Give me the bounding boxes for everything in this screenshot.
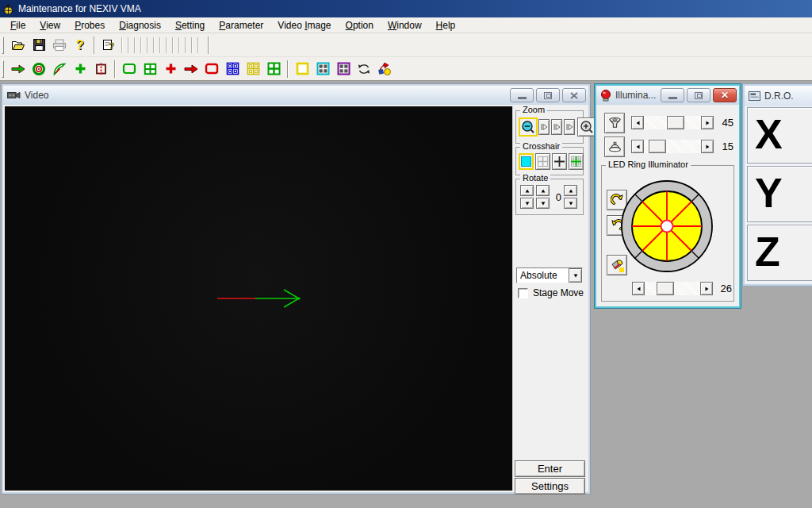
- video-canvas[interactable]: [5, 106, 512, 491]
- dro-titlebar[interactable]: D.R.O.: [745, 86, 812, 106]
- frame-yellow-icon[interactable]: [292, 59, 312, 79]
- print-icon[interactable]: [49, 35, 70, 56]
- sector-icon[interactable]: [49, 59, 70, 79]
- scroll-right-button[interactable]: [701, 116, 714, 129]
- dro-axis-z: Z: [748, 225, 812, 278]
- dro-axis-x: X: [748, 108, 812, 160]
- video-maximize-button[interactable]: [536, 88, 560, 102]
- illuminator-window: Illumina... ✕ 45: [595, 84, 741, 308]
- scroll-left-button[interactable]: [631, 116, 644, 129]
- rotate-up-button[interactable]: [520, 185, 534, 196]
- video-close-button[interactable]: [562, 88, 586, 102]
- led-ring-slider[interactable]: [632, 282, 713, 295]
- illuminator-maximize-button[interactable]: [687, 88, 710, 102]
- target-icon[interactable]: [29, 59, 49, 79]
- rotate-up-fine-button[interactable]: [536, 185, 550, 196]
- edge-box-icon[interactable]: [90, 59, 111, 79]
- scroll-left-button[interactable]: [631, 140, 644, 153]
- save-icon[interactable]: [29, 35, 49, 56]
- crosshair-green-grid-icon[interactable]: [569, 153, 584, 170]
- scroll-thumb[interactable]: [649, 140, 666, 153]
- plus-green-icon[interactable]: [70, 59, 90, 79]
- rotate-down-fine-button[interactable]: [536, 198, 550, 209]
- episcopic-slider[interactable]: [631, 116, 714, 129]
- scroll-thumb[interactable]: [657, 282, 674, 295]
- checkbox-box[interactable]: [518, 288, 528, 298]
- menu-diagnosis[interactable]: Diagnosis: [112, 18, 168, 33]
- crosshair-panes-icon[interactable]: [535, 153, 550, 170]
- rotate-down-button[interactable]: [520, 198, 534, 209]
- episcopic-value: 45: [714, 117, 733, 129]
- open-icon[interactable]: [8, 35, 29, 56]
- menu-probes[interactable]: Probes: [67, 18, 112, 33]
- step-icon[interactable]: [538, 119, 550, 135]
- rotate-angle-up-button[interactable]: [564, 185, 577, 196]
- scroll-right-button[interactable]: [701, 140, 714, 153]
- notes-help-icon[interactable]: ?: [98, 35, 119, 56]
- scroll-thumb[interactable]: [667, 116, 684, 129]
- menu-setting[interactable]: Setting: [168, 18, 212, 33]
- zoom-out-icon[interactable]: [519, 117, 538, 137]
- reset-colors-icon[interactable]: [374, 59, 395, 79]
- video-titlebar[interactable]: Video: [3, 86, 588, 105]
- toolbar-standard: ? ?: [0, 33, 812, 57]
- refresh-icon[interactable]: [354, 59, 374, 79]
- region-red-icon[interactable]: [201, 59, 222, 79]
- diascopic-slider[interactable]: [631, 140, 714, 153]
- episcopic-lamp-icon[interactable]: [604, 113, 625, 133]
- chevron-down-icon[interactable]: [569, 268, 582, 283]
- window-green-icon[interactable]: [140, 59, 160, 79]
- menu-parameter[interactable]: Parameter: [212, 18, 270, 33]
- step-icon[interactable]: [551, 119, 562, 135]
- video-minimize-button[interactable]: [510, 88, 534, 102]
- coordinate-mode-select[interactable]: Absolute: [516, 267, 583, 283]
- scroll-track[interactable]: [644, 140, 701, 153]
- grid-green-icon[interactable]: [263, 59, 284, 79]
- toolbar-separator: [94, 37, 95, 54]
- step-icon[interactable]: [564, 119, 575, 135]
- stage-move-checkbox[interactable]: Stage Move: [518, 287, 584, 298]
- menu-file[interactable]: File: [3, 18, 33, 33]
- scroll-right-button[interactable]: [700, 282, 713, 295]
- led-ring-diagram[interactable]: [619, 179, 714, 274]
- menu-window[interactable]: Window: [381, 18, 429, 33]
- toolbar-measure: [0, 57, 812, 81]
- region-green-icon[interactable]: [119, 59, 140, 79]
- video-window: Video Zoom: [2, 84, 590, 494]
- enter-button[interactable]: Enter: [515, 460, 585, 477]
- toolbar-separator: [114, 60, 116, 78]
- scroll-left-button[interactable]: [632, 282, 645, 295]
- illuminator-minimize-button[interactable]: [661, 88, 684, 102]
- menu-video-image[interactable]: Video Image: [270, 18, 338, 33]
- illuminator-close-button[interactable]: ✕: [713, 88, 737, 102]
- grid-cyan-icon[interactable]: [312, 59, 333, 79]
- crosshair-cross-icon[interactable]: [552, 153, 567, 170]
- plus-red-icon[interactable]: [160, 59, 181, 79]
- toolbar-separator: [287, 60, 289, 78]
- lamp-icon[interactable]: [607, 255, 627, 275]
- coordinate-mode-value: Absolute: [517, 268, 569, 283]
- diascopic-value: 15: [714, 140, 733, 152]
- dro-title: D.R.O.: [764, 90, 812, 102]
- grid-purple-icon[interactable]: [333, 59, 354, 79]
- diascopic-lamp-icon[interactable]: [604, 137, 625, 157]
- menu-option[interactable]: Option: [339, 18, 381, 33]
- illuminator-title: Illumina...: [615, 90, 658, 101]
- scroll-track[interactable]: [645, 282, 700, 295]
- illuminator-titlebar[interactable]: Illumina... ✕: [596, 86, 739, 105]
- rotate-angle-down-button[interactable]: [564, 198, 577, 209]
- grid-yellow-icon[interactable]: [243, 59, 263, 79]
- toolbar-grip[interactable]: [2, 37, 4, 54]
- scroll-track[interactable]: [644, 116, 701, 129]
- toolbar-grip[interactable]: [2, 60, 4, 78]
- run-arrow-green-icon[interactable]: [8, 59, 29, 79]
- settings-button[interactable]: Settings: [515, 478, 585, 495]
- menu-view[interactable]: View: [33, 18, 67, 33]
- help-icon[interactable]: ?: [70, 35, 90, 56]
- run-arrow-red-icon[interactable]: [181, 59, 201, 79]
- zoom-in-icon[interactable]: [577, 117, 596, 137]
- menu-help[interactable]: Help: [429, 18, 463, 33]
- dro-window: D.R.O. X Y Z: [743, 84, 812, 286]
- grid-blue-icon[interactable]: [222, 59, 243, 79]
- crosshair-solid-cyan-icon[interactable]: [519, 153, 534, 170]
